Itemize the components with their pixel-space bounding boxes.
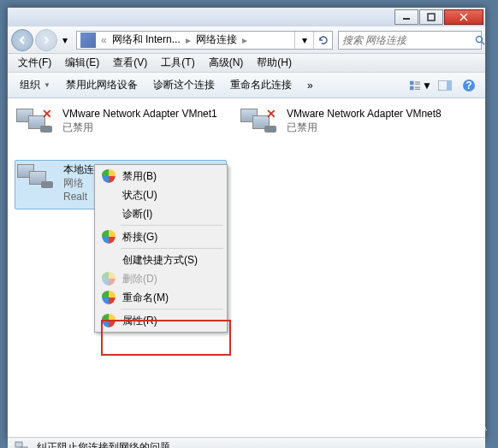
- organize-button[interactable]: 组织▼: [13, 75, 57, 95]
- adapter-status: 已禁用: [287, 121, 442, 134]
- shield-icon: [102, 291, 116, 304]
- chevron-down-icon: ▼: [44, 81, 50, 89]
- ctx-delete: 删除(D): [97, 269, 225, 288]
- chevron-down-icon: ▼: [422, 80, 432, 91]
- view-options-button[interactable]: ▼: [410, 76, 432, 95]
- refresh-button[interactable]: [313, 32, 332, 49]
- adapter-name: VMware Network Adapter VMnet8: [287, 107, 442, 121]
- network-adapter-icon: ✕: [16, 107, 56, 141]
- disable-device-button[interactable]: 禁用此网络设备: [59, 75, 145, 95]
- nav-history-dropdown[interactable]: ▾: [59, 34, 71, 46]
- status-text: 纠正阻止您连接到网络的问题。: [37, 440, 181, 448]
- nav-bar: ▾ « 网络和 Intern... ▸ 网络连接 ▸ ▾: [8, 27, 485, 54]
- command-bar: 组织▼ 禁用此网络设备 诊断这个连接 重命名此连接 » ▼ ?: [8, 73, 485, 98]
- chevron-right-icon[interactable]: ▸: [240, 34, 249, 46]
- content-area: ✕ VMware Network Adapter VMnet1 已禁用 ✕ VM…: [8, 98, 485, 437]
- adapter-status: 已禁用: [62, 121, 217, 134]
- svg-line-5: [482, 42, 484, 44]
- network-adapter-icon: [17, 162, 56, 197]
- svg-rect-10: [415, 86, 420, 87]
- separator: [121, 309, 223, 309]
- adapter-name: VMware Network Adapter VMnet1: [62, 107, 217, 121]
- disabled-x-icon: ✕: [266, 107, 276, 121]
- menu-advanced[interactable]: 高级(N): [202, 54, 251, 72]
- svg-rect-8: [415, 83, 420, 84]
- breadcrumb-network-connections[interactable]: 网络连接: [193, 32, 240, 47]
- adapter-line3: Realt: [63, 190, 94, 203]
- svg-rect-7: [415, 81, 420, 82]
- close-button[interactable]: [444, 9, 483, 25]
- menu-tools[interactable]: 工具(T): [154, 54, 201, 72]
- search-box[interactable]: [338, 31, 482, 50]
- adapter-line2: 网络: [63, 176, 94, 190]
- rename-button[interactable]: 重命名此连接: [223, 75, 299, 95]
- network-adapter-icon: [15, 440, 30, 449]
- search-icon[interactable]: [475, 35, 485, 45]
- forward-button[interactable]: [35, 29, 57, 51]
- shield-icon: [102, 169, 116, 183]
- ctx-disable[interactable]: 禁用(B): [97, 167, 225, 186]
- breadcrumb-root-chevron[interactable]: «: [99, 34, 109, 46]
- diagnose-button[interactable]: 诊断这个连接: [146, 75, 222, 95]
- chevron-right-icon[interactable]: ▸: [184, 34, 193, 46]
- status-bar: 纠正阻止您连接到网络的问题。: [8, 437, 485, 448]
- context-menu: 禁用(B) 状态(U) 诊断(I) 桥接(G) 创建快捷方式(S) 删除(D) …: [94, 164, 228, 333]
- separator: [121, 225, 223, 226]
- adapter-vmnet1[interactable]: ✕ VMware Network Adapter VMnet1 已禁用: [15, 105, 227, 155]
- command-overflow[interactable]: »: [300, 77, 320, 94]
- network-adapter-icon: ✕: [240, 107, 280, 141]
- address-bar[interactable]: « 网络和 Intern... ▸ 网络连接 ▸ ▾: [76, 31, 333, 50]
- svg-rect-13: [447, 80, 452, 91]
- svg-text:?: ?: [465, 80, 471, 91]
- back-button[interactable]: [11, 29, 33, 51]
- explorer-window: ▾ « 网络和 Intern... ▸ 网络连接 ▸ ▾ 文件(F) 编辑(E)…: [7, 7, 486, 439]
- menu-view[interactable]: 查看(V): [106, 54, 154, 72]
- location-icon: [80, 32, 96, 48]
- shield-icon: [102, 230, 116, 244]
- shield-icon: [102, 272, 116, 286]
- search-input[interactable]: [339, 34, 475, 46]
- preview-pane-button[interactable]: [434, 76, 456, 95]
- menu-bar: 文件(F) 编辑(E) 查看(V) 工具(T) 高级(N) 帮助(H): [8, 54, 485, 73]
- svg-rect-9: [410, 85, 414, 90]
- ctx-shortcut[interactable]: 创建快捷方式(S): [97, 251, 225, 269]
- svg-rect-1: [428, 14, 435, 21]
- ctx-rename[interactable]: 重命名(M): [97, 288, 225, 307]
- ctx-bridge[interactable]: 桥接(G): [97, 227, 225, 246]
- disabled-x-icon: ✕: [42, 107, 52, 121]
- ctx-status[interactable]: 状态(U): [97, 186, 225, 204]
- svg-rect-16: [15, 442, 22, 447]
- menu-help[interactable]: 帮助(H): [250, 54, 299, 72]
- adapter-name: 本地连: [63, 162, 94, 176]
- menu-file[interactable]: 文件(F): [11, 54, 58, 72]
- titlebar: [8, 8, 485, 27]
- menu-edit[interactable]: 编辑(E): [58, 54, 106, 72]
- ctx-diagnose[interactable]: 诊断(I): [97, 204, 225, 223]
- adapter-vmnet8[interactable]: ✕ VMware Network Adapter VMnet8 已禁用: [239, 105, 451, 155]
- help-button[interactable]: ?: [458, 76, 480, 95]
- address-dropdown-button[interactable]: ▾: [294, 32, 313, 49]
- svg-rect-11: [415, 88, 420, 89]
- breadcrumb-network-internet[interactable]: 网络和 Intern...: [109, 32, 184, 47]
- maximize-button[interactable]: [419, 9, 443, 25]
- minimize-button[interactable]: [394, 9, 418, 25]
- shield-icon: [102, 314, 116, 327]
- ctx-properties[interactable]: 属性(R): [97, 311, 225, 330]
- svg-point-4: [477, 36, 483, 42]
- svg-rect-6: [410, 80, 414, 85]
- separator: [121, 248, 223, 249]
